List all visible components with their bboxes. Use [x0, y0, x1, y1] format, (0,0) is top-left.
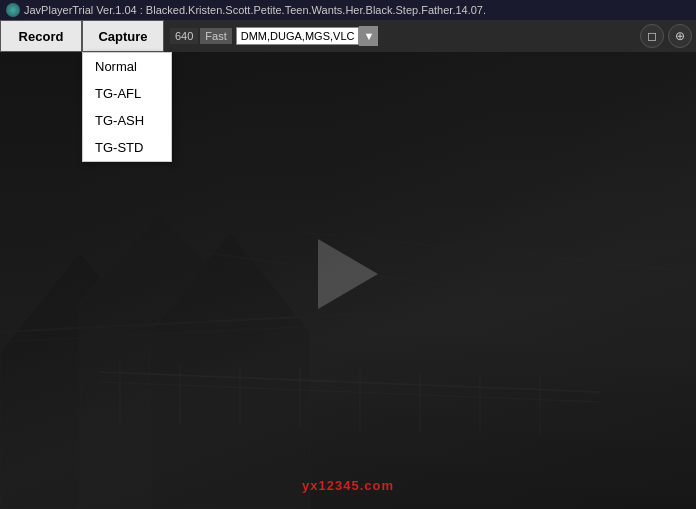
win-controls: ◻ ⊕	[640, 24, 692, 48]
watermark: yx12345.com	[302, 478, 394, 493]
dropdown-item-tg-afl[interactable]: TG-AFL	[83, 80, 171, 107]
fast-badge: Fast	[200, 28, 231, 44]
title-text: JavPlayerTrial Ver.1.04 : Blacked.Kriste…	[24, 4, 486, 16]
tab-record[interactable]: Record	[0, 20, 82, 52]
dropdown-item-normal[interactable]: Normal	[83, 53, 171, 80]
quality-badge: 640	[170, 28, 198, 44]
restore-icon: ◻	[647, 29, 657, 43]
site-dropdown-wrapper: DMM,DUGA,MGS,VLC ▼	[236, 26, 379, 46]
play-icon	[318, 239, 378, 309]
fullscreen-button[interactable]: ⊕	[668, 24, 692, 48]
site-dropdown[interactable]: DMM,DUGA,MGS,VLC	[236, 27, 360, 45]
app-icon	[6, 3, 20, 17]
site-dropdown-arrow[interactable]: ▼	[359, 26, 378, 46]
tab-capture[interactable]: Capture	[82, 20, 164, 52]
toolbar: Record Capture 640 Fast DMM,DUGA,MGS,VLC…	[0, 20, 696, 52]
record-mode-dropdown: Normal TG-AFL TG-ASH TG-STD	[82, 52, 172, 162]
fullscreen-icon: ⊕	[675, 29, 685, 43]
title-bar: JavPlayerTrial Ver.1.04 : Blacked.Kriste…	[0, 0, 696, 20]
dropdown-item-tg-std[interactable]: TG-STD	[83, 134, 171, 161]
dropdown-item-tg-ash[interactable]: TG-ASH	[83, 107, 171, 134]
restore-button[interactable]: ◻	[640, 24, 664, 48]
